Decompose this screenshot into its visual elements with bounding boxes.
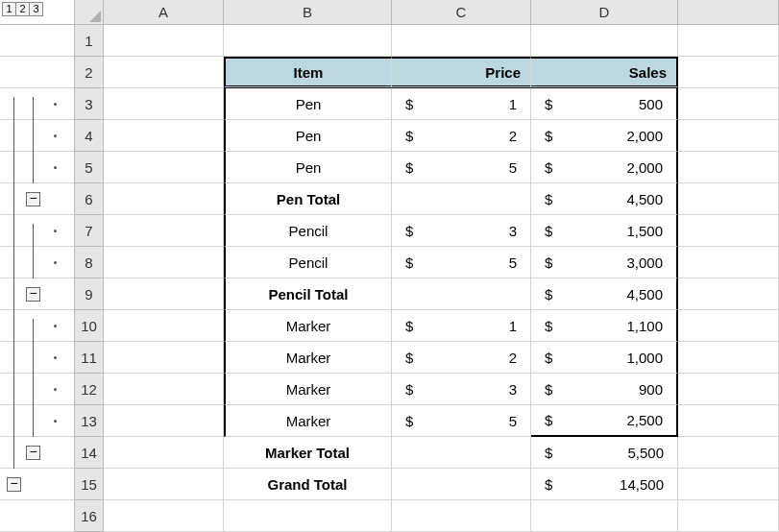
cell-A14[interactable] [104,437,224,469]
row-header-7[interactable]: 7 [75,215,104,247]
row-header-9[interactable]: 9 [75,278,104,310]
outline-level-2-button[interactable]: 2 [15,2,30,16]
cell-subtotal-label[interactable]: Marker Total [224,437,392,469]
cell-item[interactable]: Pen [224,152,392,183]
cell-price[interactable]: $1 [392,88,531,120]
cell-price[interactable]: $5 [392,152,531,183]
cell-A16[interactable] [104,500,224,532]
cell-A12[interactable] [104,374,224,405]
cell-A15[interactable] [104,469,224,500]
cell-sales[interactable]: $4,500 [531,183,678,215]
cell-price[interactable] [392,437,531,469]
outline-collapse-button[interactable]: − [26,446,40,460]
cell-grand-total-label[interactable]: Grand Total [224,469,392,500]
cell-E2[interactable] [678,57,779,88]
cell-E3[interactable] [678,88,779,120]
cell-E10[interactable] [678,310,779,342]
row-header-15[interactable]: 15 [75,469,104,500]
row-header-2[interactable]: 2 [75,57,104,88]
col-header-D[interactable]: D [531,0,678,25]
row-header-14[interactable]: 14 [75,437,104,469]
cell-E7[interactable] [678,215,779,247]
cell-sales[interactable]: $2,000 [531,152,678,183]
col-header-C[interactable]: C [392,0,531,25]
cell-sales[interactable]: $2,500 [531,405,678,437]
cell-E13[interactable] [678,405,779,437]
cell-item[interactable]: Marker [224,405,392,437]
cell-sales[interactable]: $1,100 [531,310,678,342]
row-header-16[interactable]: 16 [75,500,104,532]
cell-A10[interactable] [104,310,224,342]
cell-price[interactable]: $3 [392,374,531,405]
cell-A9[interactable] [104,278,224,310]
cell-A3[interactable] [104,88,224,120]
cell-sales[interactable]: $4,500 [531,278,678,310]
cell-sales[interactable]: $1,000 [531,342,678,374]
cell-sales[interactable]: $1,500 [531,215,678,247]
cell-price[interactable]: $1 [392,310,531,342]
row-header-6[interactable]: 6 [75,183,104,215]
cell-B1[interactable] [224,25,392,57]
cell-A8[interactable] [104,247,224,278]
outline-collapse-button[interactable]: − [26,192,40,206]
cell-item[interactable]: Pen [224,120,392,152]
row-header-4[interactable]: 4 [75,120,104,152]
cell-C1[interactable] [392,25,531,57]
cell-sales[interactable]: $900 [531,374,678,405]
cell-sales[interactable]: $3,000 [531,247,678,278]
cell-E12[interactable] [678,374,779,405]
cell-A5[interactable] [104,152,224,183]
cell-price[interactable]: $2 [392,120,531,152]
row-header-10[interactable]: 10 [75,310,104,342]
cell-D16[interactable] [531,500,678,532]
cell-subtotal-label[interactable]: Pen Total [224,183,392,215]
cell-E15[interactable] [678,469,779,500]
col-header-A[interactable]: A [104,0,224,25]
cell-A13[interactable] [104,405,224,437]
row-header-5[interactable]: 5 [75,152,104,183]
table-header-item[interactable]: Item [224,57,392,88]
cell-item[interactable]: Marker [224,342,392,374]
cell-sales[interactable]: $14,500 [531,469,678,500]
row-header-13[interactable]: 13 [75,405,104,437]
row-header-8[interactable]: 8 [75,247,104,278]
cell-price[interactable]: $5 [392,247,531,278]
cell-A6[interactable] [104,183,224,215]
cell-E6[interactable] [678,183,779,215]
cell-E9[interactable] [678,278,779,310]
cell-A1[interactable] [104,25,224,57]
cell-D1[interactable] [531,25,678,57]
cell-A11[interactable] [104,342,224,374]
cell-E14[interactable] [678,437,779,469]
outline-level-1-button[interactable]: 1 [2,2,16,16]
table-header-price[interactable]: Price [392,57,531,88]
cell-price[interactable] [392,278,531,310]
cell-item[interactable]: Pencil [224,215,392,247]
cell-price[interactable]: $2 [392,342,531,374]
cell-item[interactable]: Pen [224,88,392,120]
outline-collapse-button[interactable]: − [26,287,40,302]
cell-sales[interactable]: $500 [531,88,678,120]
row-header-12[interactable]: 12 [75,374,104,405]
cell-E4[interactable] [678,120,779,152]
cell-price[interactable] [392,183,531,215]
row-header-1[interactable]: 1 [75,25,104,57]
select-all-corner[interactable] [75,0,104,25]
cell-E8[interactable] [678,247,779,278]
outline-collapse-button[interactable]: − [7,477,21,492]
cell-item[interactable]: Marker [224,310,392,342]
cell-A2[interactable] [104,57,224,88]
col-header-blank[interactable] [678,0,779,25]
row-header-3[interactable]: 3 [75,88,104,120]
cell-A7[interactable] [104,215,224,247]
cell-E11[interactable] [678,342,779,374]
table-header-sales[interactable]: Sales [531,57,678,88]
cell-price[interactable] [392,469,531,500]
outline-level-3-button[interactable]: 3 [29,2,43,16]
row-header-11[interactable]: 11 [75,342,104,374]
cell-item[interactable]: Marker [224,374,392,405]
cell-price[interactable]: $3 [392,215,531,247]
cell-price[interactable]: $5 [392,405,531,437]
cell-E5[interactable] [678,152,779,183]
cell-E1[interactable] [678,25,779,57]
